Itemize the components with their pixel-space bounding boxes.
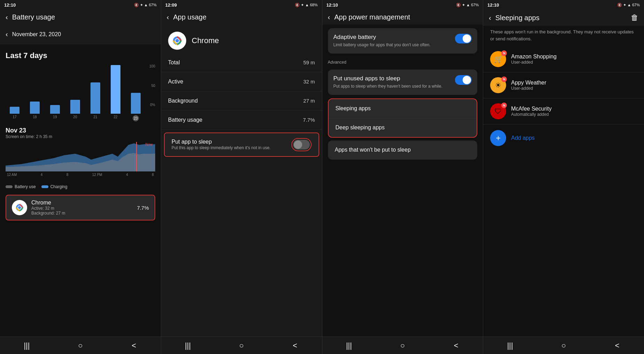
deep-sleeping-text: Deep sleeping apps: [336, 124, 385, 130]
x-12am: 12 AM: [7, 173, 17, 177]
screen-on-time: Screen on time: 2 h 35 m: [6, 134, 155, 139]
svg-point-5: [18, 206, 21, 209]
bar-group-17: [6, 107, 24, 114]
date-back-arrow[interactable]: ‹: [6, 30, 8, 38]
nav-menu-2[interactable]: |||: [181, 339, 195, 353]
adaptive-battery-row: Adaptive battery Limit battery usage for…: [333, 34, 472, 48]
nov23-title: Nov 23: [6, 127, 155, 134]
sleep-item: Put app to sleep Put this app to sleep i…: [164, 132, 319, 157]
x-8: 8: [66, 173, 69, 177]
panel2-app-header: Chrome: [161, 25, 322, 53]
sleep-title: Put app to sleep: [172, 139, 287, 145]
x-label-20-text: 20: [73, 115, 77, 119]
no-sleep-item[interactable]: Apps that won't be put to sleep: [328, 140, 478, 160]
nav-menu-4[interactable]: |||: [503, 339, 517, 353]
adaptive-text: Adaptive battery Limit battery usage for…: [333, 34, 451, 48]
x-8b: 8: [152, 173, 154, 177]
header-bar-3: ‹ App power management: [322, 10, 483, 25]
chrome-app-info: Chrome Active: 32 m Background: 27 m: [31, 200, 133, 216]
app-row-appy[interactable]: ☀ N Appy Weather User-added: [483, 72, 644, 98]
chrome-icon-large-svg: [172, 35, 183, 46]
back-arrow-4[interactable]: ‹: [489, 14, 491, 22]
back-arrow-3[interactable]: ‹: [328, 13, 330, 21]
back-arrow-2[interactable]: ‹: [167, 13, 169, 21]
nav-back-2[interactable]: <: [288, 339, 302, 353]
sleeping-apps-item[interactable]: Sleeping apps: [329, 99, 477, 118]
amazon-sub: User-added: [511, 60, 637, 65]
usage-value-active: 32 m: [303, 79, 315, 85]
legend-label-battery: Battery use: [15, 184, 36, 189]
nav-back-1[interactable]: <: [127, 339, 141, 353]
app-row-mcafee[interactable]: 🛡 N McAfee Security Automatically added: [483, 98, 644, 124]
panel1-battery-usage: 12:10 🔇 ✦ ▲ 67% ‹ Battery usage ‹ Novemb…: [0, 0, 161, 354]
chrome-app-item[interactable]: Chrome Active: 32 m Background: 27 m 7.7…: [6, 195, 155, 220]
sleeping-apps-header: ‹ Sleeping apps 🗑: [483, 10, 644, 26]
y-label-50: 50: [151, 84, 155, 88]
nav-home-4[interactable]: ○: [557, 339, 571, 353]
legend-dot-battery: [6, 185, 13, 188]
appy-info: Appy Weather User-added: [511, 80, 637, 91]
legend-dot-charging: [41, 185, 48, 188]
area-chart-svg: [6, 142, 155, 171]
content-area-1: Last 7 days 100 50 0%: [0, 44, 161, 337]
bar-chart: 100 50 0%: [0, 62, 161, 124]
adaptive-toggle[interactable]: [455, 34, 472, 43]
back-arrow-1[interactable]: ‹: [6, 13, 8, 21]
bar-19: [50, 105, 60, 114]
header-title-2: App usage: [173, 13, 206, 21]
usage-value-battery: 7.7%: [303, 117, 315, 123]
deep-sleeping-item[interactable]: Deep sleeping apps: [329, 118, 477, 137]
legend-battery: Battery use: [6, 184, 36, 189]
description-text: These apps won't run in the background. …: [483, 26, 644, 46]
chrome-icon-svg: [15, 203, 24, 212]
bar-group-20: [66, 100, 84, 114]
x-label-23-text: 23: [133, 115, 139, 121]
nav-menu-1[interactable]: |||: [20, 339, 34, 353]
status-bar-1: 12:10 🔇 ✦ ▲ 67%: [0, 0, 161, 10]
usage-background: Background 27 m: [161, 91, 322, 111]
unused-toggle[interactable]: [455, 75, 472, 85]
bar-20: [70, 100, 80, 114]
appy-sub: User-added: [511, 86, 637, 91]
unused-desc: Put apps to sleep when they haven't been…: [333, 83, 451, 89]
app-row-amazon[interactable]: 🛒 N Amazon Shopping User-added: [483, 46, 644, 72]
add-apps-text: Add apps: [511, 135, 535, 141]
y-axis-labels: 100 50 0%: [149, 64, 155, 107]
y-label-0: 0%: [150, 103, 155, 107]
bar-group-23: [127, 93, 145, 114]
usage-value-background: 27 m: [303, 98, 315, 104]
advanced-label: Advanced: [322, 57, 483, 66]
status-icons-3: 🔇 ✦ ▲ 67%: [456, 3, 479, 7]
nav-back-3[interactable]: <: [449, 339, 463, 353]
x-12pm: 12 PM: [92, 173, 102, 177]
bar-23: [131, 93, 141, 114]
chrome-percent: 7.7%: [137, 205, 149, 211]
nav-home-3[interactable]: ○: [395, 339, 409, 353]
nav-home-2[interactable]: ○: [235, 339, 249, 353]
legend-charging: Charging: [41, 184, 68, 189]
sleep-toggle[interactable]: [293, 140, 310, 150]
bottom-nav-4: ||| ○ <: [483, 337, 644, 354]
nav-menu-3[interactable]: |||: [342, 339, 356, 353]
x-label-22: 22: [107, 114, 125, 121]
status-icons-2: 🔇 ✦ ▲ 68%: [295, 3, 317, 7]
bottom-nav-3: ||| ○ <: [322, 337, 483, 354]
status-bar-3: 12:10 🔇 ✦ ▲ 67%: [322, 0, 483, 10]
sub-section: Nov 23 Screen on time: 2 h 35 m: [0, 124, 161, 140]
nav-back-4[interactable]: <: [610, 339, 624, 353]
x-label-21-text: 21: [93, 115, 97, 119]
usage-total: Total 59 m: [161, 53, 322, 72]
chrome-app-name: Chrome: [31, 200, 133, 206]
now-label: Now: [146, 143, 152, 146]
add-apps-row[interactable]: + Add apps: [483, 124, 644, 152]
unused-title: Put unused apps to sleep: [333, 75, 451, 82]
trash-icon[interactable]: 🗑: [631, 13, 638, 22]
sleep-toggle-container: [291, 138, 312, 151]
x-label-19: 19: [46, 114, 64, 121]
nav-home-1[interactable]: ○: [73, 339, 87, 353]
header-title-1: Battery usage: [12, 13, 55, 21]
adaptive-desc: Limit battery usage for apps that you do…: [333, 42, 451, 48]
x-label-17-text: 17: [13, 115, 16, 119]
x-label-18-text: 18: [33, 115, 37, 119]
status-time-4: 12:10: [487, 2, 499, 8]
